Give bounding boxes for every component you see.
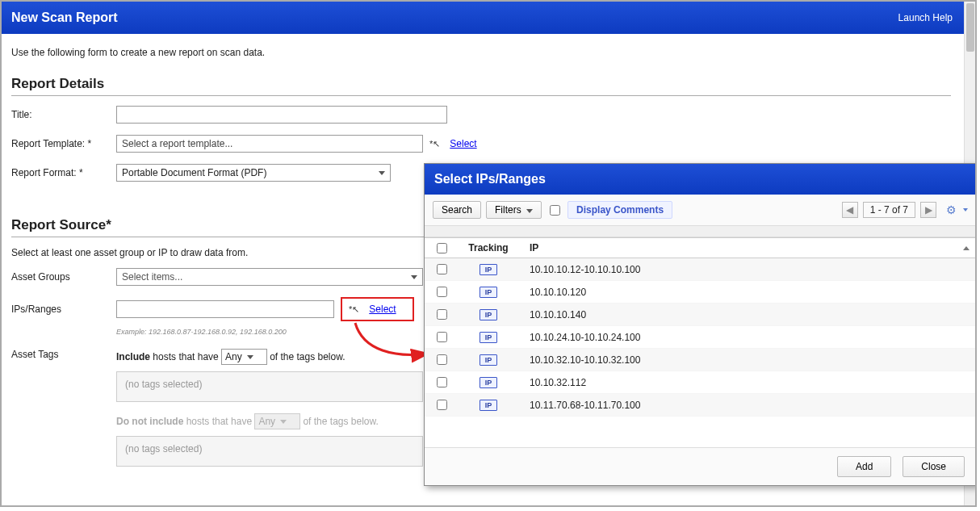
chevron-down-icon [411, 275, 417, 279]
ips-label: IPs/Ranges [11, 304, 116, 315]
table-header: Tracking IP [425, 237, 976, 258]
chevron-down-icon [247, 355, 253, 359]
include-any-select[interactable]: Any [221, 349, 267, 365]
table-row[interactable]: IP10.10.10.120 [425, 281, 976, 304]
asset-groups-select[interactable]: Select items... [116, 268, 423, 286]
intro-text: Use the following form to create a new r… [11, 47, 954, 58]
gear-icon[interactable]: ⚙ [946, 203, 957, 216]
table-body: IP10.10.10.12-10.10.10.100IP10.10.10.120… [425, 258, 976, 447]
ip-badge: IP [480, 332, 498, 343]
row-checkbox[interactable] [437, 264, 447, 274]
chevron-down-icon [379, 171, 385, 175]
template-select[interactable]: Select a report template... [116, 135, 423, 153]
asset-groups-placeholder: Select items... [122, 271, 182, 283]
title-label: Title: [11, 109, 116, 120]
row-checkbox[interactable] [437, 377, 447, 387]
include-mid: hosts that have [153, 351, 218, 362]
toolbar-checkbox[interactable] [550, 205, 560, 216]
select-all-checkbox[interactable] [437, 243, 447, 253]
ip-cell: 10.10.32.112 [525, 377, 970, 388]
donot-mid: hosts that have [186, 416, 252, 427]
table-row[interactable]: IP10.10.32.10-10.10.32.100 [425, 349, 976, 371]
add-button[interactable]: Add [837, 456, 891, 477]
ip-cell: 10.10.24.10-10.10.24.100 [525, 332, 970, 343]
row-checkbox[interactable] [437, 309, 447, 320]
chevron-down-icon [963, 208, 968, 212]
ip-badge: IP [480, 264, 498, 275]
asset-groups-label: Asset Groups [11, 271, 116, 283]
row-checkbox[interactable] [437, 400, 447, 410]
cursor-icon: *↖ [349, 304, 359, 315]
chevron-down-icon [526, 209, 533, 213]
ip-cell: 10.10.32.10-10.10.32.100 [525, 354, 970, 366]
ip-header[interactable]: IP [530, 242, 538, 253]
format-select[interactable]: Portable Document Format (PDF) [116, 164, 391, 182]
page-range: 1 - 7 of 7 [863, 202, 915, 218]
format-label: Report Format: * [11, 167, 116, 178]
ip-badge: IP [480, 400, 498, 411]
donot-post: of the tags below. [303, 416, 378, 427]
donot-any-select: Any [254, 413, 300, 429]
display-comments-button[interactable]: Display Comments [567, 201, 672, 219]
select-ips-modal: Select IPs/Ranges Search Filters Display… [424, 163, 977, 486]
include-pre: Include [116, 351, 150, 362]
scrollbar-thumb[interactable] [966, 3, 974, 52]
title-input[interactable] [116, 106, 447, 124]
row-checkbox[interactable] [437, 354, 447, 365]
select-highlight: *↖ Select [341, 297, 414, 321]
modal-footer: Add Close [425, 447, 976, 485]
close-button[interactable]: Close [903, 456, 965, 477]
tracking-header[interactable]: Tracking [452, 242, 525, 253]
launch-help-link[interactable]: Launch Help [898, 12, 953, 23]
filters-button[interactable]: Filters [486, 201, 542, 219]
page-title: New Scan Report [11, 10, 118, 25]
ip-badge: IP [480, 287, 498, 298]
template-select-link[interactable]: Select [450, 138, 476, 149]
table-row[interactable]: IP10.10.32.112 [425, 371, 976, 394]
ips-select-link[interactable]: Select [369, 304, 396, 315]
ips-input[interactable] [116, 300, 334, 318]
table-row[interactable]: IP10.10.24.10-10.10.24.100 [425, 326, 976, 349]
template-label: Report Template: * [11, 138, 116, 149]
asset-tags-label: Asset Tags [11, 349, 116, 360]
modal-title: Select IPs/Ranges [425, 164, 976, 195]
donot-pre: Do not include [116, 416, 183, 427]
ip-cell: 10.11.70.68-10.11.70.100 [525, 400, 970, 411]
chevron-down-icon [280, 420, 287, 424]
donot-tags-box: (no tags selected) [116, 436, 423, 467]
include-tags-box[interactable]: (no tags selected) [116, 371, 423, 402]
next-page-button[interactable]: ▶ [920, 202, 936, 218]
cursor-icon: *↖ [429, 139, 440, 149]
table-row[interactable]: IP10.10.10.12-10.10.10.100 [425, 258, 976, 281]
format-select-value: Portable Document Format (PDF) [122, 167, 266, 178]
ip-badge: IP [480, 354, 498, 366]
ip-badge: IP [480, 309, 498, 320]
table-row[interactable]: IP10.11.70.68-10.11.70.100 [425, 394, 976, 417]
section-report-details: Report Details [11, 76, 951, 96]
search-button[interactable]: Search [433, 201, 481, 219]
row-checkbox[interactable] [437, 332, 447, 342]
modal-toolbar: Search Filters Display Comments ◀ 1 - 7 … [425, 195, 976, 226]
table-row[interactable]: IP10.10.10.140 [425, 304, 976, 326]
ip-cell: 10.10.10.140 [525, 309, 970, 320]
ip-badge: IP [480, 377, 498, 388]
ip-cell: 10.10.10.120 [525, 287, 970, 298]
sort-asc-icon [963, 246, 970, 250]
include-post: of the tags below. [270, 351, 345, 362]
prev-page-button[interactable]: ◀ [842, 202, 858, 218]
page-header: New Scan Report Launch Help [2, 2, 964, 34]
ip-cell: 10.10.10.12-10.10.10.100 [525, 264, 970, 275]
template-select-value: Select a report template... [122, 138, 232, 149]
row-checkbox[interactable] [437, 287, 447, 297]
